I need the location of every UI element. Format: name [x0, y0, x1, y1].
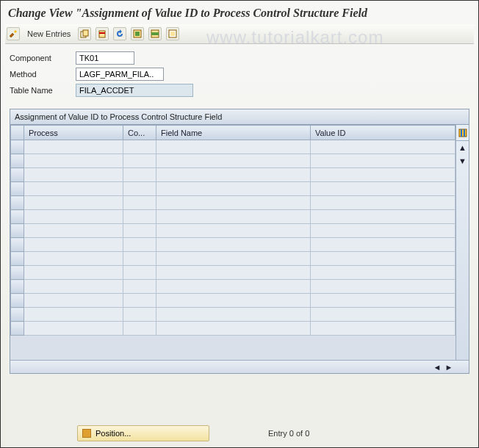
table-cell[interactable]	[311, 168, 455, 182]
table-cell[interactable]	[311, 224, 455, 238]
table-cell[interactable]	[123, 252, 156, 266]
table-cell[interactable]	[123, 280, 156, 294]
table-cell[interactable]	[156, 196, 311, 210]
table-cell[interactable]	[311, 252, 455, 266]
table-cell[interactable]	[156, 168, 311, 182]
row-selector[interactable]	[11, 252, 24, 266]
toggle-display-change-icon[interactable]	[7, 27, 20, 40]
table-cell[interactable]	[24, 322, 123, 336]
table-cell[interactable]	[311, 210, 455, 224]
table-cell[interactable]	[123, 210, 156, 224]
table-cell[interactable]	[24, 140, 123, 154]
table-cell[interactable]	[24, 224, 123, 238]
table-settings-icon[interactable]	[456, 125, 469, 141]
select-block-icon[interactable]	[148, 27, 162, 40]
scroll-down-icon[interactable]: ▼	[456, 154, 469, 167]
table-cell[interactable]	[311, 322, 455, 336]
table-row[interactable]	[11, 210, 455, 224]
table-cell[interactable]	[123, 238, 156, 252]
table-row[interactable]	[11, 308, 455, 322]
table-cell[interactable]	[311, 266, 455, 280]
table-row[interactable]	[11, 140, 455, 154]
table-cell[interactable]	[311, 294, 455, 308]
copy-as-icon[interactable]	[78, 27, 91, 40]
table-cell[interactable]	[156, 140, 311, 154]
table-cell[interactable]	[24, 196, 123, 210]
table-cell[interactable]	[311, 238, 455, 252]
position-button[interactable]: Position...	[77, 425, 209, 441]
table-cell[interactable]	[24, 308, 123, 322]
table-row[interactable]	[11, 154, 455, 168]
row-selector[interactable]	[11, 154, 24, 168]
row-selector[interactable]	[11, 210, 24, 224]
table-cell[interactable]	[24, 280, 123, 294]
table-cell[interactable]	[24, 210, 123, 224]
table-cell[interactable]	[24, 168, 123, 182]
table-cell[interactable]	[311, 182, 455, 196]
row-selector[interactable]	[11, 280, 24, 294]
table-cell[interactable]	[311, 196, 455, 210]
select-all-icon[interactable]	[131, 27, 144, 40]
row-selector[interactable]	[11, 196, 24, 210]
table-cell[interactable]	[156, 294, 311, 308]
deselect-all-icon[interactable]	[166, 27, 179, 40]
table-cell[interactable]	[123, 224, 156, 238]
column-header-process[interactable]: Process	[24, 126, 123, 140]
component-field[interactable]	[76, 51, 134, 65]
table-cell[interactable]	[311, 280, 455, 294]
table-row[interactable]	[11, 294, 455, 308]
table-row[interactable]	[11, 280, 455, 294]
table-row[interactable]	[11, 266, 455, 280]
table-cell[interactable]	[123, 182, 156, 196]
table-row[interactable]	[11, 182, 455, 196]
row-selector[interactable]	[11, 294, 24, 308]
table-cell[interactable]	[24, 266, 123, 280]
table-cell[interactable]	[156, 252, 311, 266]
table-cell[interactable]	[156, 280, 311, 294]
table-cell[interactable]	[311, 154, 455, 168]
row-selector[interactable]	[11, 168, 24, 182]
table-cell[interactable]	[156, 308, 311, 322]
delete-icon[interactable]	[96, 27, 109, 40]
row-selector[interactable]	[11, 224, 24, 238]
table-cell[interactable]	[123, 140, 156, 154]
table-cell[interactable]	[24, 294, 123, 308]
new-entries-button[interactable]: New Entries	[24, 29, 73, 38]
table-cell[interactable]	[123, 294, 156, 308]
scroll-right-icon[interactable]: ►	[444, 362, 454, 372]
table-row[interactable]	[11, 196, 455, 210]
table-cell[interactable]	[123, 168, 156, 182]
table-cell[interactable]	[311, 308, 455, 322]
table-row[interactable]	[11, 252, 455, 266]
table-cell[interactable]	[24, 154, 123, 168]
table-row[interactable]	[11, 238, 455, 252]
table-cell[interactable]	[24, 252, 123, 266]
table-cell[interactable]	[123, 266, 156, 280]
table-row[interactable]	[11, 224, 455, 238]
table-cell[interactable]	[123, 154, 156, 168]
table-cell[interactable]	[156, 154, 311, 168]
table-cell[interactable]	[123, 322, 156, 336]
column-header-field-name[interactable]: Field Name	[156, 126, 311, 140]
undo-change-icon[interactable]	[113, 27, 126, 40]
table-cell[interactable]	[311, 140, 455, 154]
row-selector[interactable]	[11, 308, 24, 322]
table-cell[interactable]	[156, 182, 311, 196]
column-header-co[interactable]: Co...	[123, 126, 156, 140]
table-cell[interactable]	[156, 238, 311, 252]
table-cell[interactable]	[24, 238, 123, 252]
table-cell[interactable]	[156, 210, 311, 224]
table-row[interactable]	[11, 168, 455, 182]
row-selector[interactable]	[11, 238, 24, 252]
table-cell[interactable]	[156, 322, 311, 336]
table-cell[interactable]	[123, 196, 156, 210]
row-selector[interactable]	[11, 266, 24, 280]
row-selector[interactable]	[11, 182, 24, 196]
table-cell[interactable]	[24, 182, 123, 196]
table-cell[interactable]	[123, 308, 156, 322]
method-field[interactable]	[76, 68, 164, 81]
scroll-up-icon[interactable]: ▲	[456, 141, 469, 154]
scroll-left-icon[interactable]: ◄	[432, 362, 442, 372]
table-cell[interactable]	[156, 266, 311, 280]
column-header-value-id[interactable]: Value ID	[311, 126, 455, 140]
